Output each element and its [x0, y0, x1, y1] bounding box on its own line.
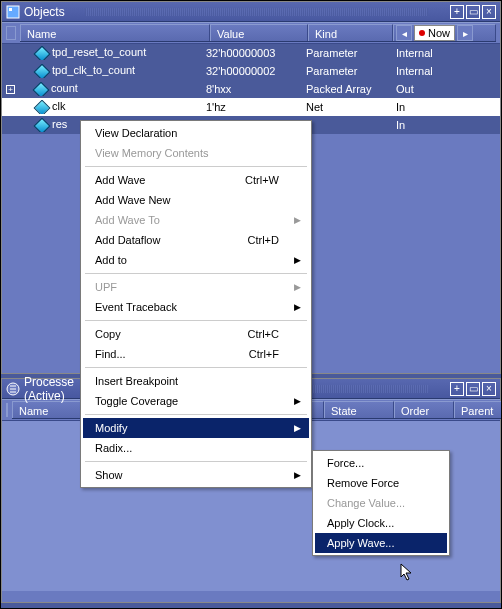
context-menu: View Declaration View Memory Contents Ad…	[80, 120, 312, 488]
submenu-arrow-icon: ▶	[294, 282, 301, 292]
menu-separator	[85, 461, 307, 462]
menu-separator	[85, 273, 307, 274]
menu-copy[interactable]: CopyCtrl+C	[83, 324, 309, 344]
menu-add-wave-new[interactable]: Add Wave New	[83, 190, 309, 210]
signal-mode: In	[392, 119, 492, 131]
col-order[interactable]: Order	[394, 401, 454, 418]
title-grip	[85, 8, 428, 16]
now-label: Now	[428, 27, 450, 39]
menu-separator	[85, 367, 307, 368]
menu-label: Radix...	[95, 442, 132, 454]
menu-add-to[interactable]: Add to▶	[83, 250, 309, 270]
submenu-arrow-icon: ▶	[294, 470, 301, 480]
submenu-apply-wave[interactable]: Apply Wave...	[315, 533, 447, 553]
menu-find[interactable]: Find...Ctrl+F	[83, 344, 309, 364]
signal-value: 32'h00000002	[202, 65, 302, 77]
menu-shortcut: Ctrl+C	[248, 328, 279, 340]
menu-insert-breakpoint[interactable]: Insert Breakpoint	[83, 371, 309, 391]
col-value[interactable]: Value	[210, 24, 308, 41]
menu-add-wave[interactable]: Add WaveCtrl+W	[83, 170, 309, 190]
signal-name: tpd_clk_to_count	[52, 64, 135, 76]
submenu-arrow-icon: ▶	[294, 396, 301, 406]
menu-toggle-coverage[interactable]: Toggle Coverage▶	[83, 391, 309, 411]
signal-kind: Packed Array	[302, 83, 392, 95]
maximize-icon[interactable]: ▭	[466, 5, 480, 19]
menu-label: Apply Wave...	[327, 537, 394, 549]
expand-icon[interactable]: +	[6, 85, 15, 94]
filter-toggle-icon[interactable]	[6, 26, 16, 40]
menu-label: View Declaration	[95, 127, 177, 139]
table-row[interactable]: clk1'hzNetIn	[2, 98, 500, 116]
menu-label: Find...	[95, 348, 126, 360]
menu-view-memory: View Memory Contents	[83, 143, 309, 163]
mouse-cursor-icon	[400, 563, 414, 583]
signal-value: 32'h00000003	[202, 47, 302, 59]
menu-label: Copy	[95, 328, 121, 340]
col-name[interactable]: Name	[20, 24, 210, 41]
signal-value: 1'hz	[202, 101, 302, 113]
menu-modify[interactable]: Modify▶	[83, 418, 309, 438]
pin-icon[interactable]: +	[450, 5, 464, 19]
signal-value: 8'hxx	[202, 83, 302, 95]
next-time-icon[interactable]: ▸	[457, 25, 473, 41]
menu-label: Add Dataflow	[95, 234, 160, 246]
menu-label: Toggle Coverage	[95, 395, 178, 407]
menu-upf: UPF▶	[83, 277, 309, 297]
submenu-force[interactable]: Force...	[315, 453, 447, 473]
menu-separator	[85, 166, 307, 167]
signal-name: count	[51, 82, 78, 94]
svg-rect-0	[7, 6, 19, 18]
pin-icon[interactable]: +	[450, 382, 464, 396]
signal-mode: In	[392, 101, 492, 113]
submenu-apply-clock[interactable]: Apply Clock...	[315, 513, 447, 533]
maximize-icon[interactable]: ▭	[466, 382, 480, 396]
table-row[interactable]: tpd_reset_to_count32'h00000003ParameterI…	[2, 44, 500, 62]
col-mode-tools: ◂ Now ▸	[393, 24, 496, 41]
col-parent[interactable]: Parent	[454, 401, 502, 418]
signal-icon	[33, 82, 50, 95]
prev-time-icon[interactable]: ◂	[396, 25, 412, 41]
menu-show[interactable]: Show▶	[83, 465, 309, 485]
menu-label: Modify	[95, 422, 127, 434]
svg-rect-1	[9, 8, 12, 11]
signal-mode: Internal	[392, 65, 492, 77]
now-button[interactable]: Now	[414, 25, 455, 41]
signal-icon	[34, 100, 51, 113]
objects-title-bar[interactable]: Objects + ▭ ×	[2, 2, 500, 22]
menu-label: Insert Breakpoint	[95, 375, 178, 387]
menu-shortcut: Ctrl+D	[248, 234, 279, 246]
menu-label: Add Wave	[95, 174, 145, 186]
menu-label: Add Wave New	[95, 194, 170, 206]
signal-name: tpd_reset_to_count	[52, 46, 146, 58]
processes-icon	[6, 382, 20, 396]
signal-mode: Internal	[392, 47, 492, 59]
table-row[interactable]: tpd_clk_to_count32'h00000002ParameterInt…	[2, 62, 500, 80]
menu-label: Apply Clock...	[327, 517, 394, 529]
menu-event-traceback[interactable]: Event Traceback▶	[83, 297, 309, 317]
pane-title-text: Objects	[24, 5, 65, 19]
menu-label: Add Wave To	[95, 214, 160, 226]
signal-icon	[34, 118, 51, 131]
menu-add-dataflow[interactable]: Add DataflowCtrl+D	[83, 230, 309, 250]
submenu-change-value: Change Value...	[315, 493, 447, 513]
menu-label: Change Value...	[327, 497, 405, 509]
signal-name: res	[52, 118, 67, 130]
objects-toolbar: Name Value Kind ◂ Now ▸	[2, 22, 500, 44]
menu-label: Remove Force	[327, 477, 399, 489]
submenu-remove-force[interactable]: Remove Force	[315, 473, 447, 493]
col-state[interactable]: State	[324, 401, 394, 418]
signal-name: clk	[52, 100, 65, 112]
menu-label: Add to	[95, 254, 127, 266]
menu-label: View Memory Contents	[95, 147, 209, 159]
signal-kind: Parameter	[302, 65, 392, 77]
menu-label: Event Traceback	[95, 301, 177, 313]
menu-label: UPF	[95, 281, 117, 293]
menu-radix[interactable]: Radix...	[83, 438, 309, 458]
table-row[interactable]: +count8'hxxPacked ArrayOut	[2, 80, 500, 98]
filter-toggle-icon[interactable]	[6, 403, 8, 417]
menu-view-declaration[interactable]: View Declaration	[83, 123, 309, 143]
col-kind[interactable]: Kind	[308, 24, 393, 41]
close-icon[interactable]: ×	[482, 382, 496, 396]
signal-kind: Parameter	[302, 47, 392, 59]
close-icon[interactable]: ×	[482, 5, 496, 19]
